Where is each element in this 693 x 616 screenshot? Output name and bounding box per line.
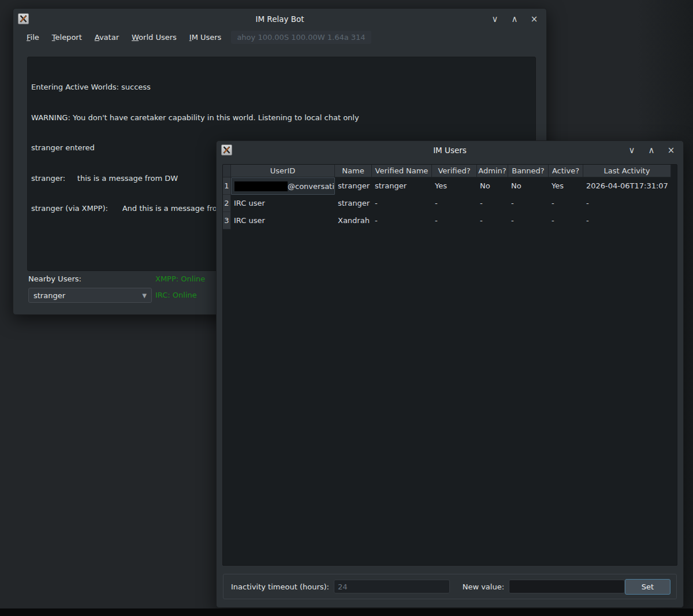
col-header-userid[interactable]: UserID bbox=[231, 165, 335, 177]
cell-admin[interactable]: - bbox=[477, 195, 508, 212]
set-button[interactable]: Set bbox=[625, 579, 670, 595]
im-users-window: IM Users ∨ ∧ × UserID Name Verified Name… bbox=[216, 140, 684, 608]
cell-userid: @conversations.im bbox=[231, 177, 335, 195]
irc-status: IRC: Online bbox=[155, 291, 197, 299]
desktop: IM Relay Bot ∨ ∧ × File Teleport Avatar … bbox=[0, 0, 693, 616]
menu-bar: File Teleport Avatar World Users IM User… bbox=[13, 29, 546, 45]
minimize-icon[interactable]: ∨ bbox=[627, 146, 637, 155]
new-value-label: New value: bbox=[463, 582, 504, 591]
redacted-user-id bbox=[234, 181, 288, 191]
col-header-banned[interactable]: Banned? bbox=[508, 165, 549, 177]
window-title: IM Users bbox=[217, 146, 683, 155]
inactivity-timeout-panel: Inactivity timeout (hours): New value: S… bbox=[223, 574, 677, 599]
cell-active[interactable]: - bbox=[549, 212, 583, 229]
user-id-suffix: @conversations.im bbox=[288, 182, 335, 191]
menu-im-users[interactable]: IM Users bbox=[184, 31, 227, 43]
table-row[interactable]: 1 @conversations.im stranger stranger Ye… bbox=[223, 177, 677, 195]
cell-name[interactable]: Xandrah bbox=[335, 212, 372, 229]
col-header-verified-name[interactable]: Verified Name bbox=[372, 165, 432, 177]
col-header-active[interactable]: Active? bbox=[549, 165, 583, 177]
cell-active[interactable]: Yes bbox=[549, 177, 583, 195]
menu-file[interactable]: File bbox=[21, 31, 44, 43]
chevron-down-icon: ▼ bbox=[142, 292, 147, 299]
cell-verified[interactable]: Yes bbox=[432, 177, 477, 195]
cell-banned[interactable]: No bbox=[508, 177, 549, 195]
cell-last-activity[interactable]: - bbox=[583, 212, 671, 229]
cell-active[interactable]: - bbox=[549, 195, 583, 212]
row-number[interactable]: 3 bbox=[223, 212, 231, 229]
col-header-admin[interactable]: Admin? bbox=[477, 165, 508, 177]
cell-last-activity[interactable]: 2026-04-06T17:31:07 bbox=[583, 177, 671, 195]
maximize-icon[interactable]: ∧ bbox=[509, 15, 520, 24]
cell-last-activity[interactable]: - bbox=[583, 195, 671, 212]
inactivity-timeout-field bbox=[334, 580, 450, 593]
cell-verified-name[interactable]: stranger bbox=[372, 177, 432, 195]
nearby-users-dropdown[interactable]: stranger ▼ bbox=[28, 288, 152, 303]
col-header-name[interactable]: Name bbox=[335, 165, 372, 177]
table-header-row: UserID Name Verified Name Verified? Admi… bbox=[223, 165, 677, 177]
new-value-input[interactable] bbox=[509, 580, 625, 593]
users-table[interactable]: UserID Name Verified Name Verified? Admi… bbox=[222, 164, 677, 566]
cell-name[interactable]: stranger bbox=[335, 195, 372, 212]
row-number[interactable]: 2 bbox=[223, 195, 231, 212]
maximize-icon[interactable]: ∧ bbox=[646, 146, 657, 155]
cell-verified-name[interactable]: - bbox=[372, 212, 432, 229]
cell-userid[interactable]: IRC user bbox=[231, 212, 335, 229]
window-title: IM Relay Bot bbox=[13, 14, 546, 24]
menu-teleport[interactable]: Teleport bbox=[47, 31, 87, 43]
inactivity-timeout-label: Inactivity timeout (hours): bbox=[231, 582, 329, 591]
cell-banned[interactable]: - bbox=[508, 195, 549, 212]
minimize-icon[interactable]: ∨ bbox=[490, 15, 500, 24]
menu-world-users[interactable]: World Users bbox=[126, 31, 182, 43]
cell-admin[interactable]: - bbox=[477, 212, 508, 229]
close-icon[interactable]: × bbox=[529, 15, 539, 24]
table-corner-cell bbox=[223, 165, 231, 177]
cell-verified[interactable]: - bbox=[432, 195, 477, 212]
position-status-item: ahoy 100.00S 100.00W 1.64a 314 bbox=[231, 31, 371, 44]
nearby-users-label: Nearby Users: bbox=[28, 274, 81, 283]
row-number[interactable]: 1 bbox=[223, 177, 231, 195]
log-line: WARNING: You don't have caretaker capabi… bbox=[31, 113, 532, 123]
col-header-verified[interactable]: Verified? bbox=[432, 165, 477, 177]
col-header-last-activity[interactable]: Last Activity bbox=[583, 165, 671, 177]
cell-admin[interactable]: No bbox=[477, 177, 508, 195]
menu-avatar[interactable]: Avatar bbox=[90, 31, 124, 43]
table-row[interactable]: 2 IRC user stranger - - - - - - bbox=[223, 195, 677, 212]
table-row[interactable]: 3 IRC user Xandrah - - - - - - bbox=[223, 212, 677, 229]
cell-userid[interactable]: IRC user bbox=[231, 195, 335, 212]
relay-titlebar[interactable]: IM Relay Bot ∨ ∧ × bbox=[13, 9, 546, 29]
cell-verified-name[interactable]: - bbox=[372, 195, 432, 212]
cell-verified[interactable]: - bbox=[432, 212, 477, 229]
cell-name[interactable]: stranger bbox=[335, 177, 372, 195]
close-icon[interactable]: × bbox=[666, 146, 676, 155]
dropdown-selected-value: stranger bbox=[33, 291, 142, 300]
xmpp-status: XMPP: Online bbox=[155, 274, 205, 283]
cell-banned[interactable]: - bbox=[508, 212, 549, 229]
screen-bottom-strip bbox=[0, 608, 693, 616]
log-line: Entering Active Worlds: success bbox=[31, 82, 532, 92]
im-users-titlebar[interactable]: IM Users ∨ ∧ × bbox=[217, 141, 683, 159]
